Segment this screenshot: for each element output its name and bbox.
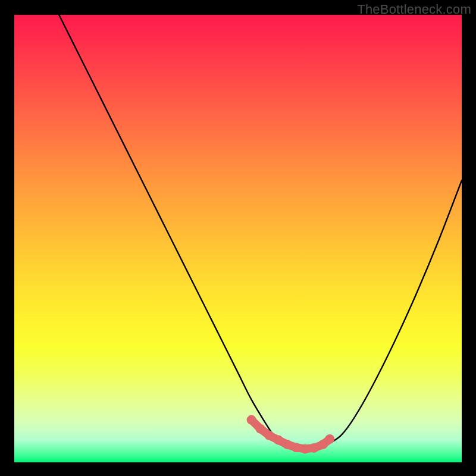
trough-marker: [292, 443, 301, 452]
plot-area: [14, 15, 462, 462]
watermark-text: TheBottleneck.com: [357, 2, 471, 17]
trough-marker: [300, 444, 310, 453]
trough-marker: [265, 431, 274, 440]
trough-marker-group: [247, 415, 335, 454]
chart-frame: TheBottleneck.com: [0, 0, 476, 476]
bottleneck-curve: [59, 15, 462, 452]
trough-marker: [256, 424, 265, 434]
bottleneck-curve-svg: [14, 15, 462, 462]
trough-marker: [283, 440, 292, 449]
trough-marker: [274, 435, 283, 444]
trough-marker: [325, 434, 334, 444]
trough-marker: [309, 443, 319, 453]
trough-marker: [247, 415, 256, 425]
